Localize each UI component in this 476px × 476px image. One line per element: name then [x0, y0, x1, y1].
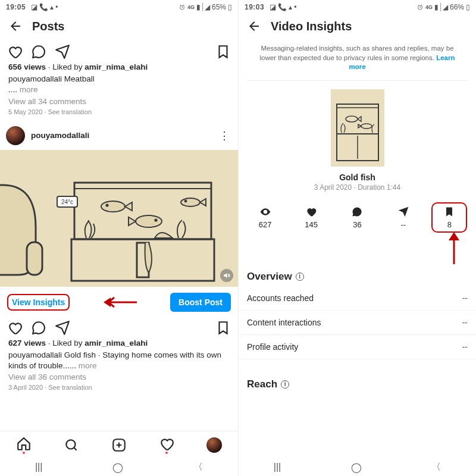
boost-post-button[interactable]: Boost Post — [170, 293, 231, 312]
post2-more[interactable]: more — [79, 361, 97, 370]
nav-home[interactable]: ◯ — [112, 462, 123, 473]
svg-point-15 — [181, 198, 200, 206]
bookmark-icon — [443, 206, 455, 218]
video-summary: Gold fish 3 April 2020 · Duration 1:44 — [239, 87, 476, 192]
share-icon[interactable] — [55, 320, 70, 336]
post2-caption: pouyamodallali Gold fish · Staying home … — [0, 350, 238, 371]
post1-caption: pouyamodallali Meatball — [0, 74, 238, 84]
info-icon[interactable]: i — [296, 273, 304, 281]
heart-icon — [305, 206, 317, 218]
status-network: 4G — [187, 4, 195, 10]
svg-point-13 — [136, 215, 162, 227]
comment-icon[interactable] — [31, 320, 46, 336]
app-header: Video Insights — [239, 13, 476, 40]
alarm-icon — [416, 4, 424, 11]
tab-profile[interactable] — [206, 437, 222, 453]
post2-media[interactable]: 24°c — [0, 150, 238, 287]
post2-illustration: 24°c — [0, 150, 238, 287]
status-notification-icon: ◪ — [31, 3, 37, 11]
author-username[interactable]: pouyamodallali — [31, 131, 213, 140]
svg-text:24°c: 24°c — [61, 199, 73, 205]
info-icon[interactable]: i — [281, 380, 289, 389]
home-icon — [16, 436, 32, 452]
post1-view-comments[interactable]: View all 34 comments — [0, 96, 238, 107]
mute-icon[interactable] — [220, 269, 233, 282]
android-status-bar: 19:05 ◪ 📞 ▴ • 4G ▮┊◢ 65% ▯ — [0, 0, 238, 13]
tab-activity[interactable] — [159, 436, 174, 454]
svg-rect-4 — [27, 242, 42, 275]
status-more-icon: • — [55, 3, 58, 11]
insights-boost-row: View Insights Boost Post — [0, 287, 238, 317]
nav-back[interactable]: 〈 — [431, 461, 441, 474]
separator — [247, 80, 468, 81]
tab-search[interactable] — [64, 437, 79, 453]
author-avatar[interactable] — [6, 126, 25, 145]
like-icon[interactable] — [7, 44, 23, 60]
nav-recents[interactable]: ||| — [274, 462, 281, 472]
android-status-bar: 19:03 ◪ 📞 ▴ • 4G ▮┊◢ 66% ▯ — [239, 0, 476, 13]
nav-recents[interactable]: ||| — [35, 462, 42, 472]
see-translation-link[interactable]: · See translation — [42, 108, 92, 115]
view-insights-button[interactable]: View Insights — [7, 294, 70, 311]
share-icon[interactable] — [55, 44, 70, 60]
post2-view-comments[interactable]: View all 36 comments — [0, 371, 238, 383]
stat-views: 627 — [248, 206, 283, 229]
stats-row: 627 145 36 -- 8 — [239, 192, 476, 239]
reach-section: Reachi — [239, 370, 476, 394]
video-insights-screen: 19:03 ◪ 📞 ▴ • 4G ▮┊◢ 66% ▯ Video Insight… — [238, 0, 476, 476]
overview-row-accounts-reached[interactable]: Accounts reached-- — [239, 286, 476, 311]
status-network: 4G — [425, 4, 433, 10]
status-signal-icon: ▮┊◢ — [196, 3, 210, 11]
save-icon[interactable] — [215, 44, 231, 60]
stat-shares: -- — [386, 206, 421, 229]
tab-home[interactable] — [16, 436, 32, 454]
comment-icon[interactable] — [31, 44, 46, 60]
comment-icon — [351, 206, 363, 218]
svg-point-14 — [155, 219, 156, 221]
status-battery-text: 66% — [450, 3, 464, 11]
overview-row-content-interactions[interactable]: Content interactions-- — [239, 311, 476, 335]
status-signal-icon: ▮┊◢ — [434, 3, 448, 11]
annotation-arrow-up — [445, 231, 463, 264]
privacy-notice: Messaging-related insights, such as shar… — [239, 40, 476, 74]
status-battery-icon: ▯ — [466, 3, 470, 11]
post2-header: pouyamodallali ⋮ — [0, 121, 238, 150]
activity-icon — [159, 436, 174, 452]
feed-scroll[interactable]: 656 views · Liked by amir_nima_elahi pou… — [0, 40, 238, 431]
status-battery-text: 65% — [212, 3, 226, 11]
post1-views-line: 656 views · Liked by amir_nima_elahi — [0, 61, 238, 74]
stat-likes: 145 — [293, 206, 329, 229]
status-time: 19:05 — [6, 3, 26, 11]
eye-icon — [259, 206, 271, 218]
post1-liked-by[interactable]: amir_nima_elahi — [84, 62, 148, 71]
overview-row-profile-activity[interactable]: Profile activity-- — [239, 335, 476, 359]
status-call-icon: 📞 — [39, 3, 48, 11]
status-app-icon: ▴ — [289, 3, 292, 11]
stat-saves: 8 — [431, 202, 467, 233]
nav-back[interactable]: 〈 — [193, 461, 203, 474]
svg-point-11 — [101, 201, 125, 212]
see-translation-link[interactable]: · See translation — [43, 384, 92, 391]
status-battery-icon: ▯ — [228, 3, 232, 11]
reach-title: Reach — [247, 378, 277, 390]
post1-more[interactable]: .... more — [0, 84, 238, 95]
status-more-icon: • — [294, 3, 296, 11]
back-icon[interactable] — [8, 19, 23, 33]
svg-point-12 — [106, 204, 108, 206]
tab-create[interactable] — [111, 437, 127, 453]
save-icon[interactable] — [215, 320, 231, 336]
nav-home[interactable]: ◯ — [351, 462, 362, 473]
post2-liked-by[interactable]: amir_nima_elahi — [84, 339, 148, 347]
like-icon[interactable] — [7, 320, 23, 336]
annotation-arrow-right — [102, 295, 138, 310]
post2-views: 627 views — [8, 339, 46, 347]
search-icon — [64, 437, 79, 453]
post1-date-row: 5 May 2020 · See translation — [0, 107, 238, 121]
video-thumbnail[interactable] — [331, 89, 384, 167]
status-app-icon: ▴ — [50, 3, 54, 11]
back-icon[interactable] — [247, 19, 261, 33]
status-notification-icon: ◪ — [270, 3, 276, 11]
posts-screen: 19:05 ◪ 📞 ▴ • 4G ▮┊◢ 65% ▯ Posts — [0, 0, 238, 476]
post-menu-icon[interactable]: ⋮ — [219, 129, 232, 142]
status-call-icon: 📞 — [278, 3, 287, 11]
